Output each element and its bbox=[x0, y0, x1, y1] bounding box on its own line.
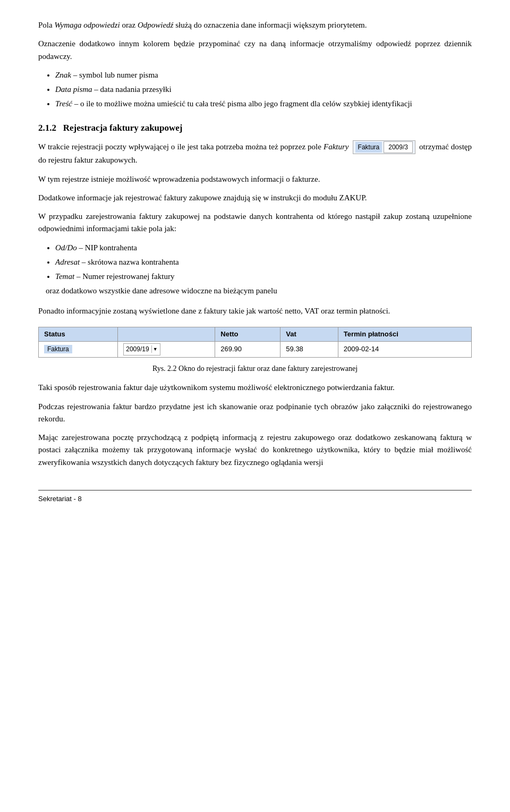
paragraph-2: Oznaczenie dodatkowo innym kolorem będzi… bbox=[38, 38, 472, 63]
paragraph-10: Mając zarejestrowana pocztę przychodzącą… bbox=[38, 432, 472, 469]
cell-netto: 269.90 bbox=[215, 342, 280, 358]
footer: Sekretariat - 8 bbox=[38, 490, 472, 504]
id-dropdown[interactable]: 2009/19 ▼ bbox=[123, 343, 160, 356]
cell-vat: 59.38 bbox=[280, 342, 338, 358]
paragraph-8: Taki sposób rejestrowania faktur daje uż… bbox=[38, 382, 472, 394]
faktura-widget-label: Faktura bbox=[355, 142, 382, 153]
paragraph-4: W tym rejestrze istnieje możliwość wprow… bbox=[38, 173, 472, 185]
paragraph-7: Ponadto informacyjnie zostaną wyświetlon… bbox=[38, 305, 472, 317]
faktura-widget-value: 2009/3 bbox=[384, 141, 413, 154]
paragraph-9: Podczas rejestrowania faktur bardzo przy… bbox=[38, 401, 472, 426]
paragraph-1: Pola Wymaga odpowiedzi oraz Odpowiedź sł… bbox=[38, 19, 472, 31]
bullet-item-temat: Temat – Numer rejestrowanej faktury bbox=[55, 270, 472, 283]
col-netto: Netto bbox=[215, 327, 280, 341]
id-value: 2009/19 bbox=[126, 344, 149, 354]
table-row: Faktura 2009/19 ▼ 269.90 59.38 2009-02-1… bbox=[39, 342, 472, 358]
section-heading: 2.1.2 Rejestracja faktury zakupowej bbox=[38, 121, 472, 135]
bullet-item-od-do: Od/Do – NIP kontrahenta bbox=[55, 242, 472, 254]
bullet-item-adresat: Adresat – skrótowa nazwa kontrahenta bbox=[55, 256, 472, 268]
paragraph-6: W przypadku zarejestrowania faktury zaku… bbox=[38, 210, 472, 235]
paragraph-5: Dodatkowe informacje jak rejestrować fak… bbox=[38, 192, 472, 204]
bullet-list-1: Znak – symbol lub numer pisma Data pisma… bbox=[55, 69, 472, 111]
col-status: Status bbox=[39, 327, 118, 341]
bullet-item-oraz: oraz dodatkowo wszystkie dane adresowe w… bbox=[46, 285, 472, 297]
faktura-badge: Faktura bbox=[44, 345, 72, 353]
section-number: 2.1.2 bbox=[38, 123, 56, 133]
section-title: Rejestracja faktury zakupowej bbox=[63, 123, 183, 133]
col-vat: Vat bbox=[280, 327, 338, 341]
cell-termin: 2009-02-14 bbox=[338, 342, 471, 358]
cell-id: 2009/19 ▼ bbox=[118, 342, 215, 358]
bullet-item-znak: Znak – symbol lub numer pisma bbox=[55, 69, 472, 81]
footer-text: Sekretariat - 8 bbox=[38, 495, 82, 503]
dropdown-arrow-icon: ▼ bbox=[151, 345, 159, 353]
paragraph-3: W trakcie rejestracji poczty wpływającej… bbox=[38, 140, 472, 167]
col-termin: Termin płatności bbox=[338, 327, 471, 341]
bullet-item-data: Data pisma – data nadania przesyłki bbox=[55, 83, 472, 96]
bullet-item-tresc: Treść – o ile to możliwe można umieścić … bbox=[55, 98, 472, 110]
figure-caption: Rys. 2.2 Okno do rejestracji faktur oraz… bbox=[38, 363, 472, 375]
faktura-widget[interactable]: Faktura 2009/3 bbox=[353, 140, 415, 155]
cell-status: Faktura bbox=[39, 342, 118, 358]
col-id bbox=[118, 327, 215, 341]
bullet-list-2: Od/Do – NIP kontrahenta Adresat – skróto… bbox=[55, 242, 472, 298]
faktura-table: Status Netto Vat Termin płatności Faktur… bbox=[38, 327, 472, 358]
